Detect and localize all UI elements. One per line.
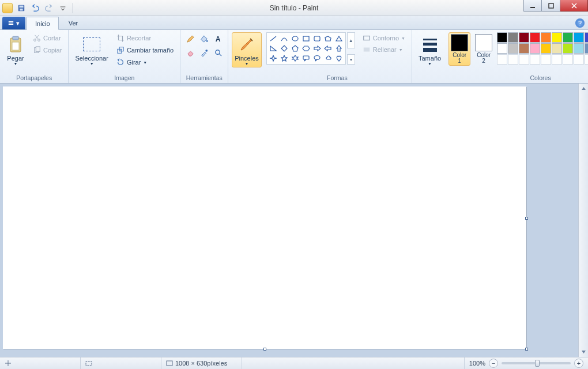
eraser-tool[interactable] — [184, 46, 197, 59]
shape-star5[interactable] — [279, 54, 289, 63]
brushes-button[interactable]: Pinceles ▼ — [232, 32, 262, 67]
copy-button[interactable]: Copiar — [30, 44, 65, 56]
size-button[interactable]: Tamaño ▼ — [416, 32, 444, 67]
color-swatch[interactable] — [530, 43, 540, 54]
status-cursor-pos — [0, 357, 81, 369]
shape-pentagon[interactable] — [290, 44, 300, 53]
color-swatch-empty[interactable] — [508, 54, 518, 65]
cut-button[interactable]: Cortar — [30, 32, 65, 44]
color-swatch[interactable] — [552, 43, 562, 54]
color-swatch-empty[interactable] — [519, 54, 529, 65]
color-swatch-empty[interactable] — [497, 54, 507, 65]
vertical-scrollbar[interactable] — [578, 84, 588, 357]
color-swatch-empty[interactable] — [563, 54, 573, 65]
shape-line[interactable] — [268, 34, 278, 43]
shape-triangle[interactable] — [334, 34, 344, 43]
help-icon[interactable]: ? — [575, 18, 585, 28]
resize-handle-corner[interactable] — [525, 348, 528, 351]
color1-button[interactable]: Color 1 — [448, 32, 470, 66]
color-swatch-empty[interactable] — [541, 54, 551, 65]
shape-polygon[interactable] — [323, 34, 333, 43]
qat-customize-icon[interactable] — [56, 2, 69, 14]
shape-rtriangle[interactable] — [268, 44, 278, 53]
text-tool[interactable]: A — [212, 32, 224, 45]
color-palette — [497, 32, 588, 65]
color-swatch[interactable] — [519, 43, 529, 54]
scroll-down-icon[interactable] — [579, 347, 588, 357]
color-swatch[interactable] — [541, 43, 551, 54]
tab-inicio[interactable]: Inicio — [27, 17, 59, 30]
crop-button[interactable]: Recortar — [114, 32, 176, 44]
shape-roundrect[interactable] — [312, 34, 322, 43]
svg-rect-24 — [314, 36, 320, 41]
fill-tool[interactable] — [198, 32, 210, 45]
shape-diamond[interactable] — [279, 44, 289, 53]
color-swatch[interactable] — [563, 43, 573, 54]
shape-rect[interactable] — [301, 34, 311, 43]
shape-star4[interactable] — [268, 54, 278, 63]
shapes-expand[interactable]: ▾ — [347, 54, 355, 65]
shape-arrow-right[interactable] — [312, 44, 322, 53]
save-icon[interactable] — [15, 2, 28, 14]
color-swatch-empty[interactable] — [552, 54, 562, 65]
color-swatch[interactable] — [530, 32, 540, 43]
outline-button[interactable]: Contorno ▼ — [360, 32, 408, 44]
tab-ver[interactable]: Ver — [60, 16, 87, 29]
group-label-shapes: Formas — [266, 73, 408, 83]
minimize-button[interactable] — [523, 0, 542, 12]
color2-button[interactable]: Color 2 — [473, 32, 495, 66]
group-tools: A Herramientas — [180, 30, 228, 83]
zoom-slider[interactable] — [502, 362, 571, 364]
color-swatch[interactable] — [519, 32, 529, 43]
color-swatch[interactable] — [574, 43, 584, 54]
close-button[interactable] — [560, 0, 588, 12]
zoom-in-button[interactable]: + — [574, 359, 583, 368]
fill-button[interactable]: Rellenar ▼ — [360, 44, 408, 55]
color-swatch[interactable] — [585, 32, 588, 43]
svg-rect-31 — [423, 48, 437, 52]
paste-label: Pegar — [7, 55, 24, 62]
color-swatch[interactable] — [508, 32, 518, 43]
color-swatch[interactable] — [574, 32, 584, 43]
shape-arrow-left[interactable] — [323, 44, 333, 53]
file-menu-button[interactable]: ▾ — [2, 17, 25, 29]
color-swatch[interactable] — [497, 43, 507, 54]
color-swatch[interactable] — [508, 43, 518, 54]
shape-hexagon[interactable] — [301, 44, 311, 53]
scroll-up-icon[interactable] — [579, 84, 588, 93]
resize-button[interactable]: Cambiar tamaño — [114, 44, 176, 56]
shapes-scroll-up[interactable]: ▲ — [347, 32, 355, 48]
paste-button[interactable]: Pegar ▼ — [3, 32, 28, 67]
brush-icon — [238, 35, 256, 54]
maximize-button[interactable] — [542, 0, 560, 12]
pencil-tool[interactable] — [184, 32, 197, 45]
undo-icon[interactable] — [29, 2, 42, 14]
zoom-out-button[interactable]: − — [489, 359, 498, 368]
shapes-gallery[interactable] — [266, 32, 346, 65]
color-swatch[interactable] — [585, 43, 588, 54]
color-swatch-empty[interactable] — [530, 54, 540, 65]
shape-star6[interactable] — [290, 54, 300, 63]
shape-heart[interactable] — [334, 54, 344, 63]
color-swatch[interactable] — [552, 32, 562, 43]
rotate-button[interactable]: Girar ▼ — [114, 57, 176, 68]
resize-handle-right[interactable] — [525, 217, 528, 220]
shape-arrow-up[interactable] — [334, 44, 344, 53]
shape-callout-rect[interactable] — [301, 54, 311, 63]
shape-curve[interactable] — [279, 34, 289, 43]
eyedropper-tool[interactable] — [198, 46, 210, 59]
resize-handle-bottom[interactable] — [263, 348, 266, 351]
zoom-thumb[interactable] — [535, 360, 540, 367]
shape-callout-oval[interactable] — [312, 54, 322, 63]
color-swatch[interactable] — [541, 32, 551, 43]
redo-icon[interactable] — [43, 2, 55, 14]
magnifier-tool[interactable] — [212, 46, 224, 59]
color-swatch-empty[interactable] — [574, 54, 584, 65]
shape-callout-cloud[interactable] — [323, 54, 333, 63]
shape-oval[interactable] — [290, 34, 300, 43]
canvas[interactable] — [3, 86, 526, 349]
color-swatch-empty[interactable] — [585, 54, 588, 65]
color-swatch[interactable] — [563, 32, 573, 43]
color-swatch[interactable] — [497, 32, 507, 43]
select-button[interactable]: Seleccionar ▼ — [72, 32, 111, 67]
